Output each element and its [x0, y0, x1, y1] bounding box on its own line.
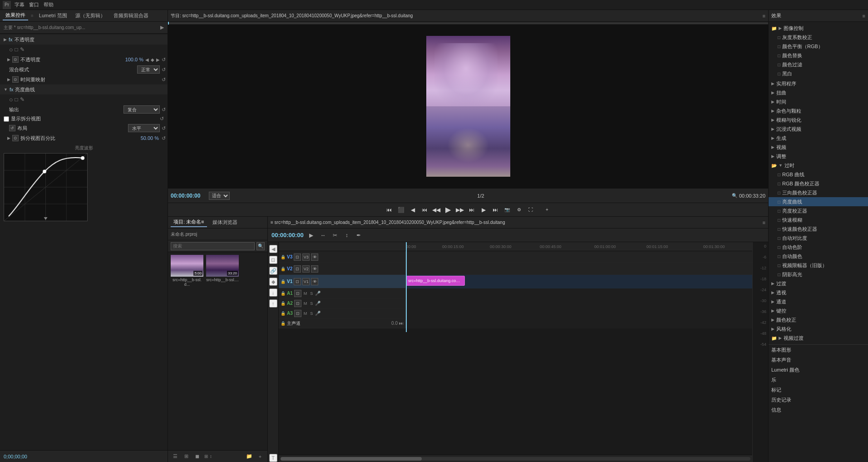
cat-keying[interactable]: ▶ 键控: [769, 306, 868, 315]
effect-luma-curve[interactable]: □ 亮度曲线: [769, 197, 868, 206]
cat-transition[interactable]: ▶ 过渡: [769, 279, 868, 288]
cat-blur[interactable]: ▶ 模糊与锐化: [769, 115, 868, 124]
square-icon[interactable]: □: [15, 46, 18, 53]
cat-immersive[interactable]: ▶ 沉浸式视频: [769, 124, 868, 134]
cat-stylize[interactable]: ▶ 风格化: [769, 324, 868, 333]
cat-distort[interactable]: ▶ 扭曲: [769, 88, 868, 97]
pen-icon[interactable]: ✎: [20, 46, 25, 53]
effect-fast-cc[interactable]: □ 快速颜色校正器: [769, 224, 868, 233]
v1-eye[interactable]: 👁: [311, 278, 318, 285]
view-icon-btn[interactable]: ◼: [192, 452, 202, 461]
tl-ripple-tool[interactable]: ↔: [318, 230, 328, 240]
transport-prev-frame[interactable]: ◀: [408, 205, 417, 214]
circle-icon2[interactable]: ○: [9, 96, 13, 103]
tab-project[interactable]: 项目: 未命名≡: [171, 218, 207, 227]
section-history[interactable]: 历史记录: [769, 395, 868, 405]
a1-lock[interactable]: 🔒: [281, 291, 286, 296]
effect-auto-levels[interactable]: □ 自动色阶: [769, 243, 868, 252]
expand-transparency[interactable]: ▶: [4, 37, 7, 42]
expand-split-pct[interactable]: ▶: [7, 136, 10, 140]
v3-label-btn[interactable]: V3: [302, 253, 310, 261]
v2-label-btn[interactable]: V2: [302, 265, 310, 273]
v3-eye[interactable]: 👁: [311, 253, 318, 261]
cat-perspective[interactable]: ▶ 透视: [769, 288, 868, 297]
effect-shadow-highlight[interactable]: □ 阴影高光: [769, 270, 868, 279]
time-remap-toggle[interactable]: ⊙: [12, 76, 19, 83]
right-panel-menu[interactable]: ≡: [863, 13, 865, 19]
a1-sync[interactable]: ⊡: [294, 290, 301, 297]
project-search-input[interactable]: [171, 242, 255, 250]
a2-lock[interactable]: 🔒: [281, 301, 286, 306]
a2-m[interactable]: M: [303, 301, 308, 306]
section-info[interactable]: 信息: [769, 405, 868, 415]
effect-bw[interactable]: □ 黑白: [769, 69, 868, 78]
output-select[interactable]: 复合: [123, 105, 160, 114]
a3-lock[interactable]: 🔒: [281, 311, 286, 316]
effect-auto-contrast[interactable]: □ 自动对比度: [769, 233, 868, 243]
new-bin-btn[interactable]: 📁: [245, 452, 254, 461]
a1-s[interactable]: S: [309, 291, 314, 296]
v2-sync[interactable]: ⊡: [294, 265, 301, 273]
cat-generate[interactable]: ▶ 生成: [769, 134, 868, 143]
transport-play[interactable]: ▶: [444, 205, 453, 214]
transport-settings[interactable]: ⚙: [514, 205, 523, 214]
a3-mic[interactable]: 🎤: [315, 311, 321, 316]
a2-mic[interactable]: 🎤: [315, 301, 321, 306]
new-item-btn[interactable]: +: [256, 452, 265, 461]
a3-m[interactable]: M: [303, 311, 308, 316]
opacity-value[interactable]: 100.0 %: [116, 57, 143, 62]
v2-lock[interactable]: 🔒: [281, 267, 286, 271]
pen-icon2[interactable]: ✎: [20, 96, 25, 103]
fit-select[interactable]: 适合: [209, 192, 230, 200]
effect-gray-correction[interactable]: □ 灰度系数校正: [769, 33, 868, 42]
tl-razor-tool[interactable]: ✂: [330, 230, 340, 240]
tab-source[interactable]: 源（无剪辑）: [73, 11, 108, 20]
opacity-keyframe-left[interactable]: ◀: [145, 57, 149, 62]
opacity-reset[interactable]: ↺: [162, 57, 166, 63]
tl-text-btn[interactable]: T: [269, 454, 277, 462]
cat-video[interactable]: ▶ 视频: [769, 143, 868, 152]
transport-to-end[interactable]: ⏭: [491, 205, 500, 214]
v3-sync[interactable]: ⊡: [294, 253, 301, 261]
opacity-keyframe-right[interactable]: ▶: [156, 57, 160, 62]
master-end-btn[interactable]: ⏭: [399, 321, 404, 326]
tl-slip-tool[interactable]: ↕: [342, 230, 352, 240]
transport-next-frame[interactable]: ▶: [479, 205, 488, 214]
tl-marker-btn[interactable]: ◆: [269, 278, 277, 286]
effect-color-replace[interactable]: □ 颜色替换: [769, 51, 868, 60]
cat-color-correction[interactable]: ▶ 颜色校正: [769, 315, 868, 324]
effect-fast-blur[interactable]: □ 快速模糊: [769, 215, 868, 224]
split-pct-toggle[interactable]: ⊙: [12, 135, 19, 141]
v2-eye[interactable]: 👁: [311, 265, 318, 273]
blend-reset[interactable]: ↺: [162, 67, 166, 73]
header-arrow[interactable]: ▶: [160, 25, 164, 30]
blend-select[interactable]: 正常: [137, 65, 160, 74]
transport-step-fwd[interactable]: ⏭: [467, 205, 476, 214]
a2-sync[interactable]: ⊡: [294, 300, 301, 307]
v1-lock[interactable]: 🔒: [281, 279, 286, 284]
tab-media-browser[interactable]: 媒体浏览器: [210, 218, 240, 227]
v3-lock[interactable]: 🔒: [281, 255, 286, 259]
a3-s[interactable]: S: [309, 311, 314, 316]
media-item-1[interactable]: 5:00 src=http__b-ssl.d...: [171, 255, 203, 287]
opacity-toggle[interactable]: ⊙: [12, 56, 19, 63]
h-scrollbar[interactable]: [281, 457, 750, 461]
tl-lift-btn[interactable]: ↑: [269, 299, 277, 308]
transport-step-back[interactable]: ⏮: [420, 205, 429, 214]
sort-icon2[interactable]: ↕: [210, 454, 212, 459]
effect-color-filter[interactable]: □ 颜色过滤: [769, 60, 868, 69]
zoom-icon[interactable]: 🔍: [732, 193, 737, 198]
tl-link-btn[interactable]: 🔗: [269, 267, 277, 275]
transport-fullscreen[interactable]: ⛶: [526, 205, 535, 214]
cat-utility[interactable]: ▶ 实用程序: [769, 79, 868, 88]
expand-time-remap[interactable]: ▶: [7, 77, 10, 82]
tl-pen-tool[interactable]: ✒: [354, 230, 364, 240]
effect-rgb-color-corrector[interactable]: □ RGB 颜色校正器: [769, 179, 868, 188]
view-list-btn[interactable]: ☰: [171, 452, 180, 461]
split-pct-value[interactable]: 50.00 %: [132, 135, 159, 141]
transport-to-start[interactable]: ⏮: [385, 205, 394, 214]
tab-effects-control[interactable]: 效果控件: [3, 11, 28, 20]
cat-video-transition[interactable]: 📁 ▶ 视频过渡: [769, 333, 868, 343]
transport-rewind-mark[interactable]: ⬛: [396, 205, 405, 214]
curves-graph-canvas[interactable]: [4, 153, 88, 221]
